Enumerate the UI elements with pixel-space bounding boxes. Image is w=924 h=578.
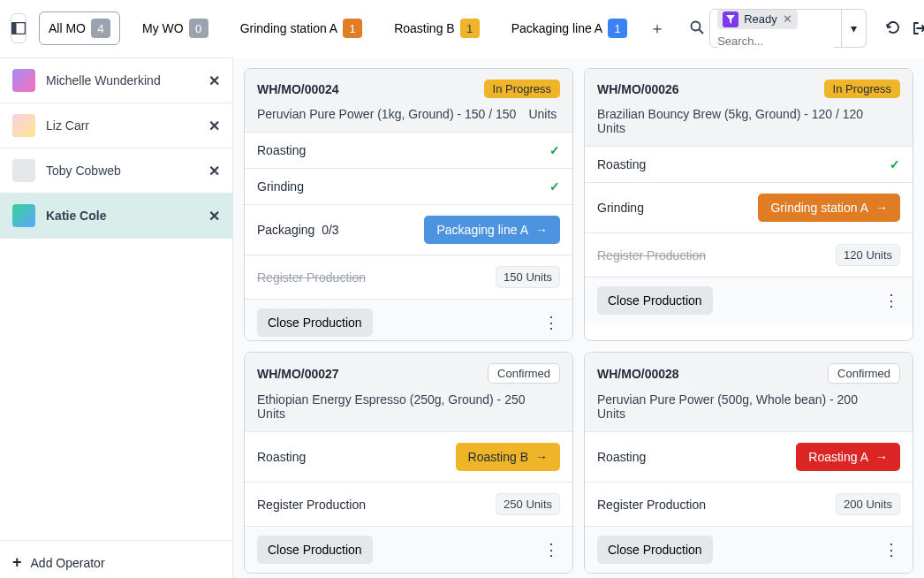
mo-card: WH/MO/00026 In Progress Brazilian Bouncy… <box>584 68 913 341</box>
avatar <box>12 204 35 227</box>
status-badge: Confirmed <box>488 363 560 384</box>
chip-label: Ready <box>744 12 777 26</box>
filter-icon <box>723 11 738 27</box>
tab-label: All MO <box>49 21 86 35</box>
tab-label: Grinding station A <box>240 21 338 35</box>
register-label: Register Production <box>597 498 706 512</box>
register-label: Register Production <box>597 248 706 262</box>
station-button[interactable]: Roasting A → <box>796 443 900 471</box>
close-production-button[interactable]: Close Production <box>257 536 373 564</box>
close-button[interactable]: Close <box>913 21 924 35</box>
logout-icon <box>913 21 924 35</box>
search-filter-chip[interactable]: Ready ✕ <box>717 10 798 29</box>
mo-description: Peruvian Pure Power (500g, Whole bean) -… <box>597 392 900 421</box>
close-production-button[interactable]: Close Production <box>597 536 713 564</box>
work-order-row: Roasting Roasting B → <box>245 432 572 483</box>
status-badge: In Progress <box>824 80 900 98</box>
tab-count-badge: 1 <box>608 19 627 38</box>
wo-label: Roasting <box>597 157 646 171</box>
kebab-menu-icon[interactable]: ⋮ <box>882 540 900 559</box>
mo-description: Ethiopian Energy Espresso (250g, Ground)… <box>257 392 560 421</box>
mo-card: WH/MO/00028 Confirmed Peruvian Pure Powe… <box>584 352 913 574</box>
mo-number: WH/MO/00024 <box>257 82 339 96</box>
tab-all-mo[interactable]: All MO 4 <box>39 11 120 45</box>
work-order-row: Grinding ✓ <box>245 169 572 205</box>
mo-card: WH/MO/00024 In Progress Peruvian Pure Po… <box>244 68 573 341</box>
tab-label: My WO <box>142 21 184 35</box>
plus-icon: + <box>12 553 22 572</box>
search-dropdown-toggle[interactable]: ▾ <box>842 9 867 48</box>
operator-row[interactable]: Katie Cole ✕ <box>0 194 232 239</box>
svg-rect-1 <box>12 23 17 34</box>
register-label: Register Production <box>257 498 366 512</box>
add-operator-button[interactable]: + Add Operator <box>0 540 232 578</box>
tab-roasting-b[interactable]: Roasting B 1 <box>384 11 489 45</box>
operator-row[interactable]: Michelle Wunderkind ✕ <box>0 58 232 103</box>
panel-icon <box>11 22 26 34</box>
work-order-row: Grinding Grinding station A → <box>585 183 913 233</box>
wo-label: Roasting <box>597 450 646 464</box>
wo-label: Roasting <box>257 450 306 464</box>
register-production-row: Register Production 150 Units <box>245 255 572 300</box>
station-button[interactable]: Packaging line A → <box>424 216 560 244</box>
units-value: 250 Units <box>496 493 560 515</box>
remove-operator-icon[interactable]: ✕ <box>208 118 220 134</box>
operator-row[interactable]: Liz Carr ✕ <box>0 103 232 148</box>
tab-label: Packaging line A <box>511 21 603 35</box>
remove-operator-icon[interactable]: ✕ <box>208 163 220 179</box>
refresh-icon <box>886 20 900 34</box>
refresh-button[interactable] <box>886 20 900 37</box>
check-icon: ✓ <box>549 143 560 157</box>
operator-name: Liz Carr <box>46 118 198 133</box>
register-label: Register Production <box>257 270 366 285</box>
arrow-right-icon: → <box>875 201 888 215</box>
tab-packaging-a[interactable]: Packaging line A 1 <box>502 11 638 45</box>
operator-name: Katie Cole <box>46 209 198 223</box>
search-box[interactable]: Ready ✕ <box>709 9 842 48</box>
close-production-button[interactable]: Close Production <box>597 286 713 315</box>
work-order-row: Roasting Roasting A → <box>585 432 913 483</box>
units-value: 200 Units <box>836 493 900 515</box>
station-button[interactable]: Roasting B → <box>456 443 560 471</box>
top-bar: All MO 4 My WO 0 Grinding station A 1 Ro… <box>0 0 924 57</box>
station-button[interactable]: Grinding station A → <box>758 194 900 222</box>
wo-label: Grinding <box>257 179 304 194</box>
avatar <box>12 69 35 92</box>
operator-name: Toby Cobweb <box>46 164 198 178</box>
mo-card-grid: WH/MO/00024 In Progress Peruvian Pure Po… <box>233 57 924 578</box>
operator-row[interactable]: Toby Cobweb ✕ <box>0 148 232 194</box>
wo-label: Grinding <box>597 201 644 215</box>
tab-count-badge: 4 <box>91 19 110 38</box>
add-tab-button[interactable]: ＋ <box>649 16 665 41</box>
status-badge: In Progress <box>484 80 560 98</box>
operator-sidebar: Michelle Wunderkind ✕ Liz Carr ✕ Toby Co… <box>0 57 233 578</box>
plus-icon: ＋ <box>649 18 665 39</box>
register-production-row: Register Production 200 Units <box>585 483 913 527</box>
tab-count-badge: 0 <box>189 19 208 38</box>
mo-number: WH/MO/00027 <box>257 367 339 381</box>
arrow-right-icon: → <box>875 450 888 464</box>
remove-operator-icon[interactable]: ✕ <box>208 208 220 224</box>
tab-my-wo[interactable]: My WO 0 <box>133 11 218 45</box>
avatar <box>12 114 35 137</box>
close-production-button[interactable]: Close Production <box>257 308 373 337</box>
avatar <box>12 159 35 182</box>
kebab-menu-icon[interactable]: ⋮ <box>542 540 560 559</box>
remove-operator-icon[interactable]: ✕ <box>208 72 220 89</box>
mo-description: Peruvian Pure Power (1kg, Ground) - 150 … <box>257 107 560 121</box>
search-icon <box>690 20 704 37</box>
search-input[interactable] <box>717 34 834 48</box>
tab-count-badge: 1 <box>343 19 362 38</box>
mo-number: WH/MO/00028 <box>597 367 679 381</box>
chip-remove-icon[interactable]: ✕ <box>783 12 792 26</box>
tab-grinding-a[interactable]: Grinding station A 1 <box>231 11 373 45</box>
svg-point-2 <box>692 21 701 30</box>
operator-name: Michelle Wunderkind <box>46 73 198 87</box>
work-order-row: Packaging 0/3 Packaging line A → <box>245 205 572 255</box>
mo-description: Brazilian Bouncy Brew (5kg, Ground) - 12… <box>597 107 900 135</box>
toggle-sidebar-button[interactable] <box>11 13 27 43</box>
units-value: 120 Units <box>836 244 900 266</box>
kebab-menu-icon[interactable]: ⋮ <box>882 291 900 310</box>
register-production-row: Register Production 120 Units <box>585 233 913 278</box>
kebab-menu-icon[interactable]: ⋮ <box>542 313 560 332</box>
